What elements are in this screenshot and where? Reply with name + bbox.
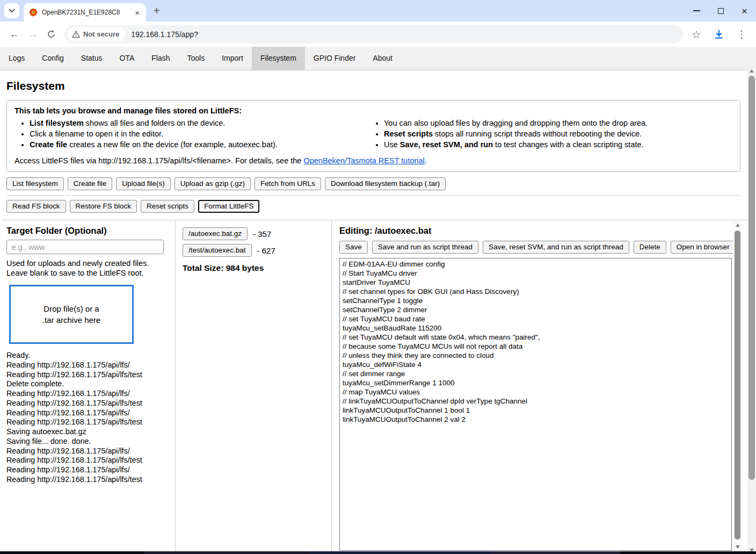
bookmark-star-icon[interactable]: ☆ [687,25,706,44]
tab-title: OpenBK7231N_E1E928C8 [42,9,133,16]
browser-menu-icon[interactable]: ⋮ [732,25,751,44]
editor-column: Editing: /autoexec.bat SaveSave and run … [332,220,747,554]
security-chip[interactable]: Not secure [67,27,126,41]
editor-action-button[interactable]: Save and run as script thread [372,241,478,254]
file-size: - 357 [253,229,271,239]
editor-buttons: SaveSave and run as script threadSave, r… [339,241,747,254]
editor-action-button[interactable]: Save, reset SVM, and run as script threa… [483,241,629,254]
nav-tab[interactable]: Logs [0,47,33,70]
nav-tab[interactable]: Tools [179,47,214,70]
scroll-down-icon[interactable] [733,543,742,551]
info-bullet: List filesystem shows all files and fold… [30,119,369,127]
action-button[interactable]: Upload as gzip (.gz) [175,177,251,190]
address-bar[interactable]: Not secure 192.168.1.175/app? [64,25,683,44]
taskbar-sliver [0,551,756,554]
target-folder-hint: Used for uploads and newly created files… [6,258,169,278]
log-line: Saving file... done. done. [6,437,169,447]
forward-icon: → [24,25,42,44]
warning-icon [72,31,80,38]
filename-button[interactable]: /test/autoexec.bat [183,244,252,257]
action-button[interactable]: Format LittleFS [198,200,259,213]
nav-tab[interactable]: Status [72,47,111,70]
back-icon[interactable]: ← [5,25,24,44]
action-button[interactable]: Read FS block [6,200,66,213]
nav-tab[interactable]: Filesystem [252,47,305,70]
info-bullet: Create file creates a new file on the de… [30,141,369,149]
action-button[interactable]: Restore FS block [70,200,137,213]
log-line: Reading http://192.168.1.175/api/lfs/ [6,389,169,399]
nav-tab[interactable]: GPIO Finder [305,47,365,70]
info-box: This tab lets you browse and manage file… [6,100,740,172]
actions-row-1: List filesystemCreate fileUpload file(s)… [6,177,741,190]
log-line: Saving autoexec.bat.gz [6,427,169,437]
target-folder-input[interactable] [6,240,164,254]
page-scrollbar[interactable] [747,67,756,554]
info-bullet: Click a filename to open it in the edito… [30,130,369,138]
file-drop-zone[interactable]: Drop file(s) or a .tar archive here [9,285,134,344]
window-minimize-button[interactable] [693,10,700,11]
editor-action-button[interactable]: Open in browser [671,241,736,254]
log-line: Reading http://192.168.1.175/api/lfs/ [6,361,169,370]
script-editor-textarea[interactable] [339,258,732,551]
action-button[interactable]: List filesystem [6,177,64,190]
action-button[interactable]: Fetch from URLs [255,177,321,190]
tab-close-icon[interactable]: × [133,8,142,17]
editor-action-button[interactable]: Save [339,241,368,254]
log-line: Reading http://192.168.1.175/api/lfs/ [6,465,169,475]
log-line: Reading http://192.168.1.175/api/lfs/tes… [6,475,169,485]
reload-icon[interactable] [42,25,60,44]
nav-tab[interactable]: OTA [111,47,143,70]
scroll-up-icon[interactable] [747,67,756,75]
window-maximize-button[interactable] [718,8,724,14]
divider [6,195,740,196]
target-folder-heading: Target Folder (Optional) [6,226,169,236]
info-heading: This tab lets you browse and manage file… [14,106,732,115]
action-button[interactable]: Upload file(s) [116,177,171,190]
chevron-down-icon [9,9,15,13]
window-close-button[interactable]: × [742,6,747,16]
browser-tab[interactable]: OpenBK7231N_E1E928C8 × [24,3,146,21]
rest-tutorial-link[interactable]: OpenBeken/Tasmota REST tutorial [303,156,424,165]
nav-tab[interactable]: Config [33,47,72,70]
page-scrollbar-thumb[interactable] [748,76,755,480]
download-icon[interactable] [710,25,728,44]
security-label: Not secure [83,30,119,38]
filesystem-page: Filesystem This tab lets you browse and … [0,70,747,554]
nav-tab[interactable]: Flash [143,47,178,70]
action-button[interactable]: Create file [68,177,113,190]
file-list: /autoexec.bat.gz - 357 /test/autoexec.ba… [183,227,331,257]
filename-button[interactable]: /autoexec.bat.gz [183,227,248,240]
info-bullet: Reset scripts stops all running script t… [384,130,648,138]
total-size: Total Size: 984 bytes [183,263,331,273]
browser-titlebar: OpenBK7231N_E1E928C8 × + × [0,0,756,21]
openbeken-favicon [29,8,38,17]
log-line: Ready. [6,351,169,361]
new-tab-button[interactable]: + [154,5,160,17]
panel-scrollbar-thumb[interactable] [735,231,740,539]
activity-log: Ready.Reading http://192.168.1.175/api/l… [6,351,169,485]
log-line: Reading http://192.168.1.175/api/lfs/ [6,447,169,456]
nav-tab[interactable]: Import [213,47,252,70]
url-text[interactable]: 192.168.1.175/app? [131,30,198,39]
tab-search-button[interactable] [4,3,19,18]
panel-scrollbar[interactable] [733,221,742,551]
browser-toolbar: ← → Not secure 192.168.1.175/app? ☆ ⋮ [0,21,756,47]
action-button[interactable]: Download filesystem backup (.tar) [325,177,446,190]
file-size: - 627 [257,246,275,255]
upload-column: Target Folder (Optional) Used for upload… [6,220,176,554]
file-list-column: /autoexec.bat.gz - 357 /test/autoexec.ba… [176,220,332,554]
log-line: Reading http://192.168.1.175/api/lfs/tes… [6,370,169,380]
scroll-up-icon[interactable] [733,221,742,229]
editor-action-button[interactable]: Delete [634,241,666,254]
actions-row-2: Read FS blockRestore FS blockReset scrip… [6,200,741,213]
info-bullet: Use Save, reset SVM, and run to test cha… [384,141,648,149]
info-bullets-right: You can also upload files by dragging an… [369,119,648,152]
info-bullet: You can also upload files by dragging an… [384,119,648,127]
log-line: Reading http://192.168.1.175/api/lfs/tes… [6,418,169,427]
nav-tab[interactable]: About [364,47,401,70]
editor-heading: Editing: /autoexec.bat [339,226,747,236]
content-columns: Target Folder (Optional) Used for upload… [0,220,747,554]
access-line: Access LittleFS files via http://192.168… [14,156,732,165]
page-title: Filesystem [6,80,747,92]
action-button[interactable]: Reset scripts [141,200,194,213]
